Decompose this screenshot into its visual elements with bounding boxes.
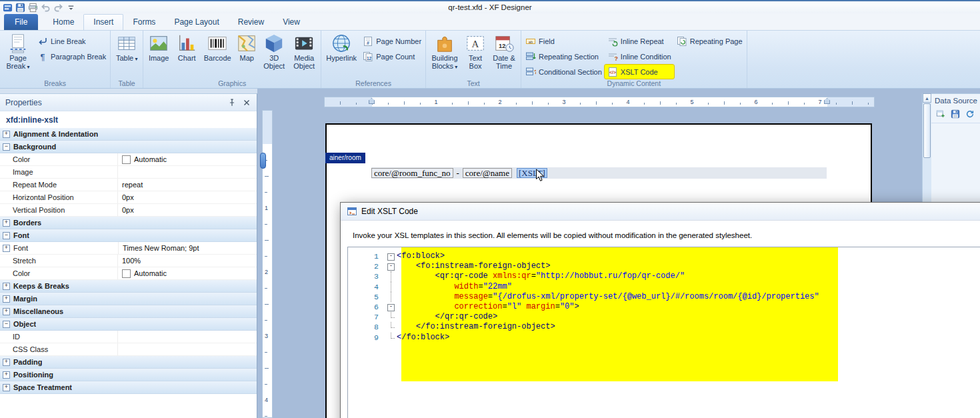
property-row-horizontal-position[interactable]: Horizontal Position0px xyxy=(0,191,257,204)
expand-icon[interactable]: + xyxy=(3,219,10,227)
media-object-button[interactable]: Media Object xyxy=(289,31,319,71)
property-group-keeps-breaks[interactable]: +Keeps & Breaks xyxy=(0,280,257,293)
property-value[interactable]: Times New Roman; 9pt xyxy=(118,242,257,254)
property-value[interactable] xyxy=(117,166,257,178)
property-row-css-class[interactable]: CSS Class xyxy=(0,343,257,356)
inline-repeat-button[interactable]: Inline Repeat xyxy=(605,34,674,48)
table-button[interactable]: Table ▾ xyxy=(113,31,141,65)
expand-icon[interactable]: + xyxy=(3,295,10,303)
paragraph-break-button[interactable]: ¶Paragraph Break xyxy=(35,49,109,63)
repeating-section-tag[interactable]: ainer/room xyxy=(325,153,365,163)
code-line[interactable]: 1-<fo:block> xyxy=(348,251,980,261)
property-group-object[interactable]: −Object xyxy=(0,318,257,331)
code-line[interactable]: 6- correction="l" margin="0"> xyxy=(348,302,980,312)
code-line[interactable]: 2- <fo:instream-foreign-object> xyxy=(348,261,980,271)
tab-forms[interactable]: Forms xyxy=(123,15,165,30)
tab-file[interactable]: File xyxy=(4,14,38,30)
property-group-font[interactable]: −Font xyxy=(0,229,257,242)
fold-collapse-icon[interactable]: - xyxy=(387,253,395,261)
property-value[interactable]: 0px xyxy=(117,204,257,216)
property-row-vertical-position[interactable]: Vertical Position0px xyxy=(0,204,257,217)
tab-insert[interactable]: Insert xyxy=(83,14,123,30)
tab-view[interactable]: View xyxy=(273,15,309,30)
expand-icon[interactable]: + xyxy=(3,245,10,252)
property-value[interactable]: 0px xyxy=(117,191,257,203)
repeating-page-button[interactable]: Repeating Page xyxy=(674,34,745,48)
code-line[interactable]: 7 </qr:qr-code> xyxy=(348,312,980,322)
property-group-alignment-indentation[interactable]: +Alignment & Indentation xyxy=(0,128,257,141)
property-group-space-treatment[interactable]: +Space Treatment xyxy=(0,381,257,394)
image-button[interactable]: Image xyxy=(145,31,172,63)
property-group-margin[interactable]: +Margin xyxy=(0,293,257,305)
checkbox[interactable] xyxy=(122,155,131,164)
property-row-font[interactable]: +FontTimes New Roman; 9pt xyxy=(0,242,257,255)
expand-icon[interactable]: + xyxy=(3,131,10,138)
barcode-button[interactable]: Barcode xyxy=(201,31,233,63)
property-value[interactable]: Automatic xyxy=(117,153,257,165)
expand-icon[interactable]: + xyxy=(3,359,10,366)
tab-home[interactable]: Home xyxy=(43,15,83,30)
expand-icon[interactable]: + xyxy=(3,283,10,290)
collapse-icon[interactable]: − xyxy=(3,143,10,151)
scroll-up-icon[interactable]: ▲ xyxy=(923,93,931,103)
page-break-button[interactable]: Page Break ▾ xyxy=(2,31,34,73)
code-line[interactable]: 9</fo:block> xyxy=(348,333,980,343)
map-button[interactable]: Map xyxy=(235,31,259,63)
page-count-button[interactable]: 12Page Count xyxy=(360,49,424,63)
conditional-section-button[interactable]: ?Conditional Section xyxy=(523,65,605,79)
line-break-button[interactable]: Line Break xyxy=(35,34,109,48)
property-value[interactable]: repeat xyxy=(117,179,257,191)
expand-icon[interactable]: + xyxy=(3,384,10,391)
3d-object-button[interactable]: 3D Object xyxy=(260,31,288,71)
property-row-id[interactable]: ID xyxy=(0,331,257,343)
building-blocks-button[interactable]: Building Blocks ▾ xyxy=(428,31,461,73)
hyperlink-button[interactable]: Hyperlink xyxy=(323,31,359,63)
property-group-miscellaneous[interactable]: +Miscellaneous xyxy=(0,305,257,318)
property-row-repeat-mode[interactable]: Repeat Moderepeat xyxy=(0,179,257,191)
refresh-data-source-icon[interactable] xyxy=(964,108,976,120)
field-button[interactable]: abField xyxy=(523,34,605,48)
inline-condition-button[interactable]: ?Inline Condition xyxy=(605,49,674,63)
collapse-icon[interactable]: − xyxy=(3,321,10,328)
property-value[interactable] xyxy=(117,343,257,355)
tab-review[interactable]: Review xyxy=(229,15,273,30)
tab-page-layout[interactable]: Page Layout xyxy=(165,15,228,30)
text-box-button[interactable]: AText Box xyxy=(463,31,488,71)
date-time-button[interactable]: 12Date & Time xyxy=(489,31,519,71)
property-value[interactable]: Automatic xyxy=(117,267,257,279)
property-value[interactable]: 100% xyxy=(117,255,257,267)
repeating-section-button[interactable]: Repeating Section xyxy=(523,49,605,63)
property-row-stretch[interactable]: Stretch100% xyxy=(0,255,257,267)
field-placeholder[interactable]: core/@name xyxy=(463,168,512,178)
property-row-color[interactable]: ColorAutomatic xyxy=(0,267,257,280)
page-number-button[interactable]: #Page Number xyxy=(360,34,424,48)
expand-icon[interactable]: + xyxy=(3,308,10,315)
fold-collapse-icon[interactable]: - xyxy=(387,263,395,271)
property-group-background[interactable]: −Background xyxy=(0,141,257,153)
checkbox[interactable] xyxy=(122,269,131,278)
close-icon[interactable] xyxy=(242,98,251,107)
property-group-borders[interactable]: +Borders xyxy=(0,217,257,229)
property-group-padding[interactable]: +Padding xyxy=(0,356,257,369)
expand-icon[interactable]: + xyxy=(3,371,10,379)
code-line[interactable]: 8 </fo:instream-foreign-object> xyxy=(348,322,980,332)
pin-icon[interactable] xyxy=(227,98,237,107)
save-data-source-icon[interactable] xyxy=(949,108,961,120)
code-line[interactable]: 4 width="22mm" xyxy=(348,282,980,292)
property-row-color[interactable]: ColorAutomatic xyxy=(0,153,257,166)
code-line[interactable]: 3 <qr:qr-code xmlns:qr="http://hobbut.ru… xyxy=(348,271,980,281)
vertical-margin-handle[interactable] xyxy=(260,153,266,169)
fold-collapse-icon[interactable]: - xyxy=(387,304,395,311)
collapse-icon[interactable]: − xyxy=(3,232,10,239)
scrollbar-thumb[interactable] xyxy=(923,103,931,158)
document-content-row[interactable]: core/@room_func_no - core/@name [XSLT] xyxy=(371,167,827,179)
property-value[interactable] xyxy=(117,331,257,343)
xslt-code-button[interactable]: </>XSLT Code xyxy=(605,65,674,79)
add-data-source-icon[interactable] xyxy=(935,108,947,120)
property-group-positioning[interactable]: +Positioning xyxy=(0,369,257,381)
chart-button[interactable]: Chart xyxy=(173,31,200,63)
property-row-image[interactable]: Image xyxy=(0,166,257,179)
dialog-title-bar[interactable]: Edit XSLT Code xyxy=(341,203,980,221)
code-line[interactable]: 5 message="{/drofus-xml/property-set/{@w… xyxy=(348,292,980,302)
xslt-code-editor[interactable]: 1-<fo:block>2- <fo:instream-foreign-obje… xyxy=(347,247,980,418)
